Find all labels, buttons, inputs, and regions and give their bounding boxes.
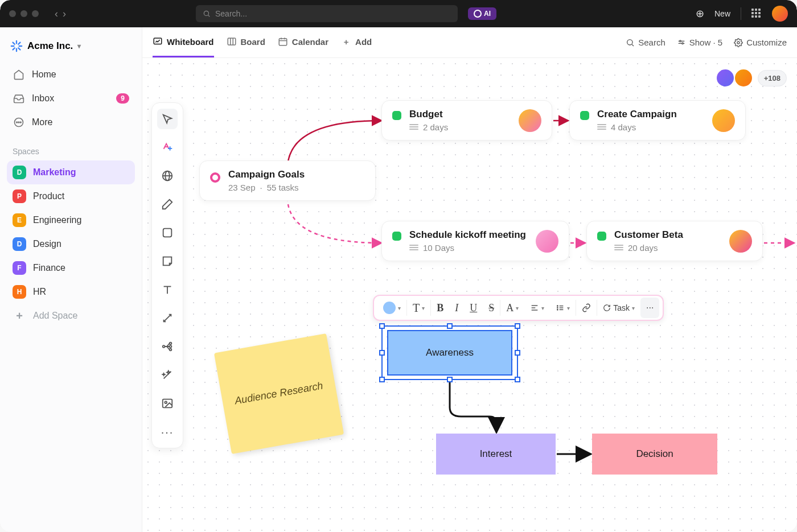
tool-ai-shape[interactable] <box>157 137 178 158</box>
nav-inbox[interactable]: Inbox 9 <box>7 86 135 110</box>
add-space[interactable]: + Add Space <box>7 304 135 328</box>
card-budget[interactable]: Budget 2 days <box>381 100 552 141</box>
titlebar: ‹ › Search... AI ⊕ New <box>0 0 797 27</box>
space-badge-icon: F <box>13 261 26 275</box>
collaborators: +108 <box>721 68 787 88</box>
space-badge-icon: H <box>13 285 26 299</box>
strike-button[interactable]: S <box>483 298 500 318</box>
align-picker[interactable]: ▾ <box>524 298 550 318</box>
minimize-window[interactable] <box>20 10 27 17</box>
card-create-campaign[interactable]: Create Campaign 4 days <box>569 100 746 141</box>
maximize-window[interactable] <box>32 10 39 17</box>
font-size-picker[interactable]: T▾ <box>407 298 430 318</box>
tab-board[interactable]: Board <box>227 27 265 57</box>
space-design[interactable]: D Design <box>7 232 135 256</box>
svg-line-1 <box>208 15 210 17</box>
plus-icon: + <box>13 309 26 323</box>
more-icon <box>13 116 25 129</box>
bold-button[interactable]: B <box>431 298 449 318</box>
nav-back[interactable]: ‹ <box>55 8 58 20</box>
traffic-lights <box>9 10 39 17</box>
convert-task-button[interactable]: Task▾ <box>597 298 640 318</box>
fill-color-picker[interactable]: ▾ <box>377 298 406 318</box>
space-marketing[interactable]: D Marketing <box>7 160 135 184</box>
assignee-avatar[interactable] <box>536 230 558 253</box>
tool-mindmap[interactable] <box>157 336 178 357</box>
shape-interest[interactable]: Interest <box>436 434 556 475</box>
svg-point-44 <box>557 306 558 306</box>
tool-image[interactable] <box>157 393 178 414</box>
assignee-avatar[interactable] <box>519 109 541 132</box>
tab-whiteboard[interactable]: Whiteboard <box>153 27 214 57</box>
chevron-down-icon: ▾ <box>77 42 81 50</box>
nav-forward[interactable]: › <box>63 8 66 20</box>
card-kickoff-meeting[interactable]: Schedule kickoff meeting 10 Days <box>381 221 569 261</box>
assignee-avatar[interactable] <box>729 230 752 253</box>
tool-text[interactable] <box>157 279 178 300</box>
tool-magic[interactable] <box>157 365 178 385</box>
user-avatar[interactable] <box>772 6 788 22</box>
sidebar: Acme Inc. ▾ Home Inbox 9 More Spaces D M… <box>0 27 142 532</box>
tool-sticky[interactable] <box>157 251 178 271</box>
main: Whiteboard Board Calendar + Add <box>142 27 797 532</box>
link-button[interactable] <box>576 298 597 318</box>
tool-connector[interactable] <box>157 308 178 328</box>
global-search[interactable]: Search... <box>196 5 458 22</box>
tool-more[interactable]: ··· <box>157 422 178 442</box>
tool-pen[interactable] <box>157 194 178 215</box>
nav-home[interactable]: Home <box>7 63 135 86</box>
svg-point-13 <box>20 122 22 123</box>
svg-point-35 <box>163 345 165 348</box>
plus-icon: + <box>341 36 351 47</box>
tool-rectangle[interactable] <box>157 222 178 243</box>
workspace-switcher[interactable]: Acme Inc. ▾ <box>7 35 135 63</box>
card-customer-beta[interactable]: Customer Beta 20 days <box>586 221 763 261</box>
nav-more[interactable]: More <box>7 110 135 134</box>
space-badge-icon: D <box>13 166 26 179</box>
collaborator-avatar[interactable] <box>716 68 735 88</box>
workspace-logo-icon <box>10 40 23 52</box>
collaborators-more[interactable]: +108 <box>758 70 787 86</box>
svg-point-28 <box>737 42 740 44</box>
svg-line-6 <box>13 43 15 44</box>
status-dot-icon <box>580 111 589 120</box>
svg-point-38 <box>170 349 172 351</box>
apps-grid-icon[interactable] <box>751 9 762 19</box>
search-placeholder: Search... <box>215 9 247 18</box>
shape-decision[interactable]: Decision <box>592 434 717 475</box>
space-hr[interactable]: H HR <box>7 280 135 304</box>
list-picker[interactable]: ▾ <box>550 298 576 318</box>
card-campaign-goals[interactable]: Campaign Goals 23 Sep·55 tasks <box>199 160 376 201</box>
space-product[interactable]: P Product <box>7 184 135 208</box>
status-dot-icon <box>392 232 401 241</box>
italic-button[interactable]: I <box>449 298 464 318</box>
shape-awareness[interactable]: Awareness <box>387 330 512 376</box>
tool-web[interactable] <box>157 166 178 186</box>
space-badge-icon: P <box>13 189 26 203</box>
underline-button[interactable]: U <box>464 298 483 318</box>
sticky-note[interactable]: Audience Research <box>214 333 344 454</box>
new-button[interactable]: New <box>714 9 730 18</box>
assignee-avatar[interactable] <box>712 109 735 132</box>
space-engineering[interactable]: E Engineering <box>7 208 135 232</box>
customize-button[interactable]: Customize <box>734 38 787 47</box>
canvas-search[interactable]: Search <box>626 38 665 47</box>
svg-line-23 <box>632 44 634 46</box>
collaborator-avatar[interactable] <box>734 68 753 88</box>
space-finance[interactable]: F Finance <box>7 256 135 280</box>
svg-rect-15 <box>228 38 236 45</box>
show-menu[interactable]: Show · 5 <box>677 38 722 47</box>
svg-line-8 <box>13 48 15 50</box>
status-dot-icon <box>392 111 401 120</box>
close-window[interactable] <box>9 10 16 17</box>
ai-button[interactable]: AI <box>468 7 496 20</box>
inbox-icon <box>13 92 25 105</box>
whiteboard-icon <box>153 36 163 47</box>
tab-calendar[interactable]: Calendar <box>278 27 328 57</box>
whiteboard-canvas[interactable]: +108 ··· <box>142 58 797 532</box>
svg-point-11 <box>17 122 18 123</box>
text-color-picker[interactable]: A▾ <box>500 298 524 318</box>
tab-add[interactable]: + Add <box>341 27 372 57</box>
tool-select[interactable] <box>157 109 178 129</box>
toolbar-more-button[interactable]: ··· <box>640 298 659 318</box>
